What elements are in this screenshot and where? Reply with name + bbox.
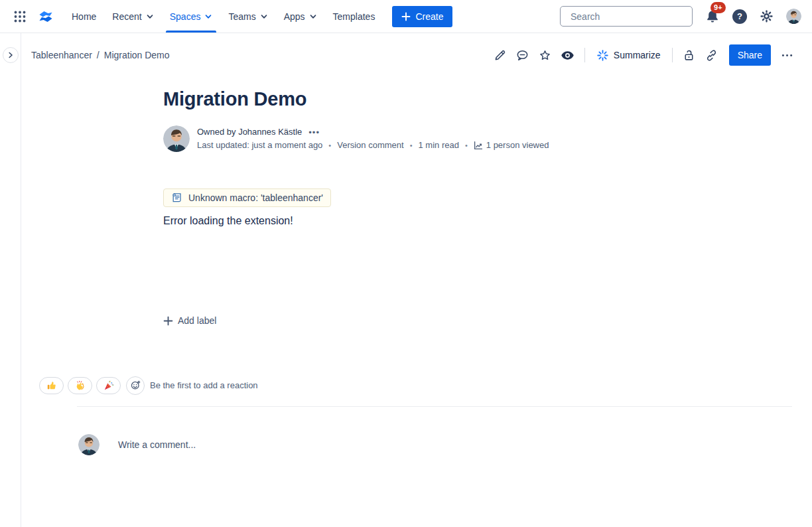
current-user-avatar[interactable] (78, 434, 100, 455)
party-popper-icon (103, 380, 114, 391)
reaction-clap-button[interactable] (68, 377, 92, 394)
page-byline: Owned by Johannes Kästle ••• Last update… (163, 125, 650, 152)
add-reaction-icon (130, 380, 141, 391)
nav-item-label: Recent (112, 11, 141, 22)
favorite-star-button[interactable] (535, 44, 556, 66)
summarize-button[interactable]: Summarize (591, 44, 666, 66)
unlock-icon (682, 48, 696, 62)
page-content: Migration Demo Owned by Johannes Kästle … (163, 87, 650, 329)
comment-input-area[interactable]: Write a comment... (78, 434, 812, 455)
restrictions-button[interactable] (679, 44, 700, 66)
add-label-text: Add label (178, 315, 216, 326)
plus-icon (401, 12, 411, 21)
more-ellipsis-icon (780, 48, 794, 62)
chevron-down-icon (146, 13, 154, 21)
views-text: 1 person viewed (486, 139, 549, 151)
breadcrumb-separator: / (97, 50, 100, 60)
nav-item-home[interactable]: Home (64, 0, 104, 33)
settings-button[interactable] (759, 9, 774, 24)
reaction-party-popper-button[interactable] (96, 377, 121, 394)
thumbs-up-icon (46, 380, 57, 391)
app-switcher-button[interactable] (9, 6, 31, 27)
nav-item-label: Home (72, 11, 96, 22)
edit-button[interactable] (490, 44, 511, 66)
watch-button[interactable] (557, 44, 578, 66)
create-button-label: Create (415, 11, 443, 22)
toolbar-divider (672, 48, 673, 62)
add-reaction-button[interactable] (126, 376, 145, 395)
extension-error-text: Error loading the extension! (163, 215, 650, 227)
breadcrumb-current-page: Migration Demo (104, 50, 170, 60)
chevron-right-icon (7, 51, 15, 59)
link-icon (705, 48, 718, 62)
nav-item-spaces[interactable]: Spaces (162, 0, 221, 33)
share-button[interactable]: Share (729, 44, 771, 66)
confluence-logo[interactable] (36, 7, 56, 27)
owner-avatar (163, 125, 190, 152)
sidebar-expand-button[interactable] (3, 47, 19, 63)
reaction-prompt-text: Be the first to add a reaction (150, 380, 258, 390)
confluence-logo-icon (37, 8, 54, 25)
plus-icon (163, 316, 173, 326)
nav-item-apps[interactable]: Apps (276, 0, 325, 33)
unknown-macro-text: Unknown macro: 'tableenhancer' (188, 192, 323, 203)
breadcrumb: Tableenhancer / Migration Demo (31, 50, 170, 60)
nav-item-label: Apps (284, 11, 305, 22)
watch-eye-icon (560, 48, 575, 63)
nav-item-label: Templates (333, 11, 375, 22)
macro-scroll-icon (171, 192, 182, 203)
chevron-down-icon (260, 13, 268, 21)
nav-item-label: Teams (228, 11, 255, 22)
analytics-views-link[interactable]: 1 person viewed (474, 139, 549, 151)
help-icon: ? (732, 9, 747, 24)
copy-link-button[interactable] (701, 44, 722, 66)
page-title: Migration Demo (163, 87, 650, 111)
more-actions-button[interactable] (776, 44, 797, 66)
comment-bubble-icon (515, 48, 529, 62)
nav-item-templates[interactable]: Templates (325, 0, 383, 33)
byline-separator: • (465, 139, 468, 151)
notifications-button[interactable]: 9+ (705, 9, 720, 25)
search-input[interactable] (571, 11, 691, 22)
analytics-trend-icon (474, 141, 483, 150)
profile-button[interactable] (786, 9, 801, 24)
add-label-button[interactable]: Add label (163, 315, 216, 326)
byline-separator: • (328, 139, 331, 151)
page-toolbar: Summarize Share (490, 44, 797, 66)
notification-badge: 9+ (710, 2, 726, 13)
owned-by-text: Owned by Johannes Kästle (197, 126, 302, 138)
breadcrumb-space-link[interactable]: Tableenhancer (31, 50, 92, 60)
primary-nav: Home Recent Spaces Teams Apps Templates (64, 0, 383, 33)
clap-icon (75, 380, 86, 391)
version-comment-text: Version comment (337, 139, 403, 151)
comments-divider (77, 406, 792, 407)
sidebar-collapsed-rail (21, 33, 21, 527)
gear-icon (759, 9, 774, 24)
read-time-text: 1 min read (419, 139, 459, 151)
sparkle-icon (596, 49, 609, 62)
summarize-label: Summarize (614, 50, 661, 60)
top-navigation: Home Recent Spaces Teams Apps Templates (0, 0, 812, 33)
comment-placeholder[interactable]: Write a comment... (118, 439, 196, 450)
create-button[interactable]: Create (392, 6, 452, 27)
edit-pencil-icon (493, 48, 507, 62)
reactions-bar: Be the first to add a reaction (39, 376, 812, 395)
help-button[interactable]: ? (732, 9, 747, 24)
nav-item-label: Spaces (170, 11, 201, 22)
nav-item-recent[interactable]: Recent (104, 0, 161, 33)
user-avatar (786, 9, 801, 24)
reaction-thumbs-up-button[interactable] (39, 377, 64, 394)
byline-more-button[interactable]: ••• (307, 127, 321, 137)
nav-item-teams[interactable]: Teams (220, 0, 275, 33)
search-box[interactable] (560, 6, 693, 27)
owner-avatar-button[interactable] (163, 125, 190, 152)
chevron-down-icon (204, 13, 212, 21)
page-footer: Be the first to add a reaction Write a c… (0, 376, 812, 455)
app-grid-icon (13, 10, 27, 23)
page-header: Tableenhancer / Migration Demo (0, 33, 812, 77)
chevron-down-icon (309, 13, 317, 21)
star-icon (538, 48, 552, 62)
comments-button[interactable] (512, 44, 533, 66)
last-updated-link[interactable]: Last updated: just a moment ago (197, 139, 322, 151)
unknown-macro-placeholder: Unknown macro: 'tableenhancer' (163, 188, 331, 207)
